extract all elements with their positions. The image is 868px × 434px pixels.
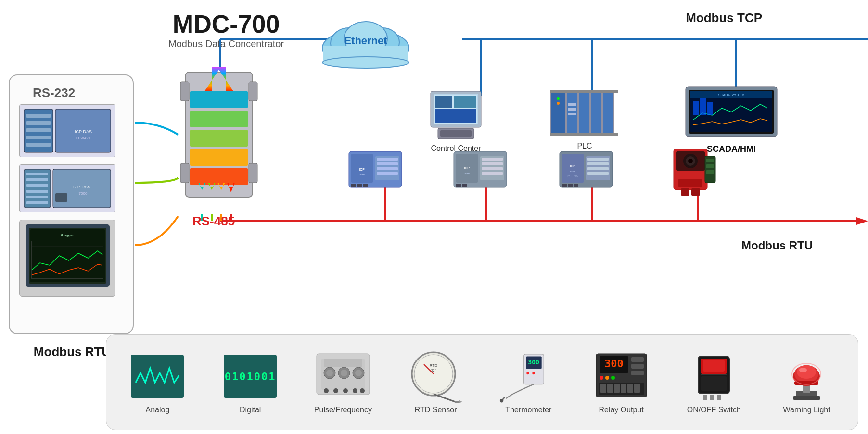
svg-rect-183 — [621, 384, 626, 393]
svg-marker-162 — [459, 400, 462, 403]
svg-rect-51 — [249, 82, 257, 101]
thermometer-label: Thermometer — [505, 406, 551, 414]
svg-rect-173 — [631, 357, 644, 362]
warning-label: Warning Light — [783, 406, 830, 414]
svg-rect-189 — [701, 376, 727, 391]
main-title: MDC-700 — [168, 10, 284, 38]
svg-text:com: com — [359, 173, 364, 176]
svg-point-21 — [322, 57, 409, 68]
svg-rect-188 — [703, 360, 725, 372]
svg-rect-112 — [482, 167, 503, 170]
svg-line-160 — [434, 394, 455, 402]
analog-icon — [131, 355, 184, 398]
svg-text:com: com — [464, 172, 469, 174]
svg-point-176 — [600, 376, 603, 380]
sensor-digital: 0101001 Digital — [212, 350, 289, 414]
svg-rect-69 — [454, 96, 476, 108]
svg-rect-28 — [26, 143, 51, 147]
svg-rect-89 — [700, 98, 706, 115]
svg-rect-70 — [435, 109, 476, 123]
pulse-label: Pulse/Frequency — [314, 406, 372, 414]
svg-text:ICP: ICP — [570, 164, 575, 168]
svg-rect-41 — [55, 193, 67, 202]
svg-point-80 — [557, 97, 560, 100]
svg-point-166 — [527, 372, 530, 375]
svg-rect-139 — [681, 188, 689, 196]
modbus-rtu-left-label: Modbus RTU — [26, 345, 118, 360]
svg-rect-84 — [568, 113, 576, 115]
svg-rect-123 — [587, 162, 609, 165]
sensor-bar: Analog 0101001 Digital — [106, 334, 858, 430]
svg-point-146 — [341, 370, 347, 376]
svg-rect-24 — [26, 114, 51, 118]
svg-rect-122 — [587, 158, 609, 161]
svg-rect-76 — [591, 91, 601, 135]
svg-rect-101 — [377, 172, 398, 175]
relay-label: Relay Output — [599, 406, 643, 414]
svg-rect-37 — [26, 196, 48, 198]
svg-rect-54 — [190, 91, 248, 108]
sensor-rtd: RTD 22° RTD Sensor — [397, 350, 474, 414]
svg-rect-102 — [351, 184, 356, 187]
svg-rect-137 — [706, 164, 714, 168]
rtd-label: RTD Sensor — [415, 406, 457, 414]
svg-text:SCADA SYSTEM: SCADA SYSTEM — [718, 93, 745, 97]
analog-image — [128, 350, 186, 403]
svg-rect-34 — [26, 178, 48, 181]
svg-rect-53 — [249, 163, 257, 183]
rs485-device-3: ICP com PHT-R400 — [557, 149, 615, 192]
pulse-image — [314, 350, 372, 403]
svg-rect-134 — [678, 179, 702, 187]
svg-point-200 — [799, 368, 807, 372]
modbus-rtu-right-label: Modbus RTU — [741, 239, 813, 252]
svg-rect-36 — [26, 190, 48, 193]
relay-image: 300 — [592, 350, 650, 403]
svg-rect-113 — [482, 172, 503, 175]
svg-point-81 — [557, 102, 560, 105]
svg-text:ICP: ICP — [464, 166, 470, 170]
svg-rect-90 — [707, 102, 713, 115]
switch-image — [685, 350, 743, 403]
digital-image: 0101001 — [221, 350, 279, 403]
svg-rect-72 — [440, 130, 472, 137]
svg-text:300: 300 — [528, 359, 539, 366]
ethernet-cloud: Ethernet — [318, 14, 414, 72]
title-area: MDC-700 Modbus Data Concentrator — [168, 10, 284, 50]
sensor-switch: ON/OFF Switch — [676, 350, 753, 414]
digital-icon: 0101001 — [224, 355, 277, 398]
svg-rect-140 — [691, 188, 700, 196]
control-center-device: Control Center — [421, 89, 491, 153]
plc-device: PLC — [549, 89, 621, 150]
analog-label: Analog — [145, 406, 169, 414]
svg-rect-75 — [579, 91, 589, 135]
svg-text:ICP DAS: ICP DAS — [73, 185, 90, 189]
svg-rect-184 — [627, 384, 633, 393]
svg-rect-35 — [26, 184, 48, 187]
svg-rect-126 — [562, 184, 567, 187]
digital-label: Digital — [240, 406, 261, 414]
svg-rect-52 — [180, 163, 189, 183]
svg-rect-25 — [26, 121, 51, 125]
svg-point-167 — [533, 372, 536, 375]
svg-text:RTD: RTD — [429, 363, 437, 368]
svg-rect-68 — [435, 96, 452, 108]
svg-rect-114 — [456, 184, 461, 187]
ethernet-label: Ethernet — [344, 35, 387, 47]
switch-label: ON/OFF Switch — [687, 406, 741, 414]
device-rs232-1: ICP DAS LP-8421 — [19, 104, 115, 157]
rs485-label: RS-485 — [192, 214, 235, 229]
svg-rect-82 — [568, 103, 576, 106]
rtd-image: RTD 22° — [407, 350, 465, 403]
mdc-device — [178, 67, 260, 211]
svg-point-133 — [688, 159, 693, 163]
svg-point-169 — [500, 399, 503, 402]
svg-point-153 — [353, 388, 357, 393]
svg-point-150 — [324, 388, 329, 393]
svg-rect-50 — [180, 82, 189, 101]
sub-title: Modbus Data Concentrator — [168, 38, 284, 50]
sensor-thermometer: 300 Thermometer — [490, 350, 567, 414]
svg-point-199 — [797, 365, 816, 379]
svg-rect-181 — [607, 384, 613, 393]
svg-rect-99 — [377, 162, 398, 165]
svg-rect-117 — [562, 154, 584, 183]
